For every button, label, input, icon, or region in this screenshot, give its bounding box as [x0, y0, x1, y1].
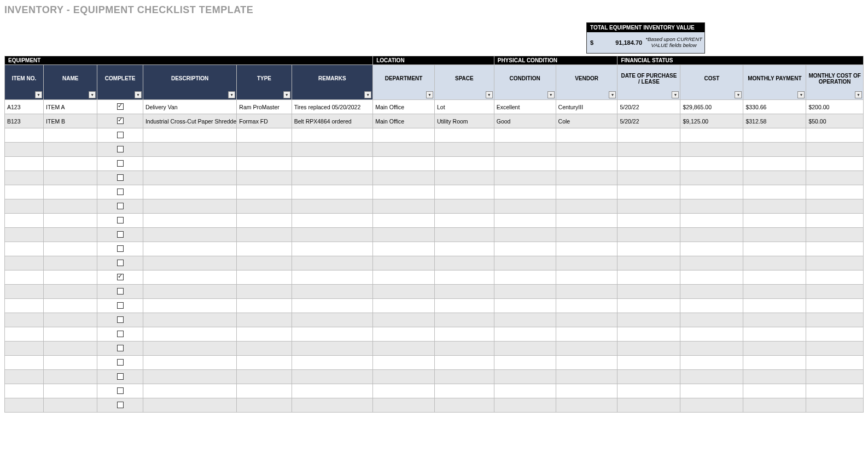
cell-description[interactable] [143, 313, 236, 327]
complete-checkbox[interactable] [117, 402, 124, 408]
cell-space[interactable] [435, 299, 494, 313]
cell-vendor[interactable] [556, 157, 617, 171]
cell-monthly-payment[interactable] [743, 228, 806, 242]
cell-item-no[interactable] [5, 143, 44, 157]
cell-monthly-payment[interactable] [743, 285, 806, 299]
cell-monthly-op[interactable]: $200.00 [806, 100, 864, 114]
cell-type[interactable] [237, 370, 292, 384]
cell-vendor[interactable] [556, 228, 617, 242]
cell-date[interactable] [617, 185, 680, 199]
cell-department[interactable] [373, 313, 435, 327]
filter-button-cost[interactable]: ▼ [735, 91, 742, 98]
cell-type[interactable] [237, 185, 292, 199]
cell-remarks[interactable]: Tires replaced 05/20/2022 [292, 100, 373, 114]
cell-monthly-op[interactable] [806, 327, 864, 342]
cell-date[interactable] [617, 285, 680, 299]
cell-item-no[interactable] [5, 370, 44, 384]
cell-vendor[interactable] [556, 242, 617, 256]
cell-date[interactable] [617, 356, 680, 370]
cell-remarks[interactable]: Belt RPX4864 ordered [292, 114, 373, 128]
cell-monthly-payment[interactable] [743, 242, 806, 256]
cell-condition[interactable] [494, 313, 556, 327]
cell-monthly-op[interactable] [806, 171, 864, 185]
cell-department[interactable] [373, 327, 435, 342]
cell-item-no[interactable] [5, 228, 44, 242]
cell-description[interactable] [143, 370, 236, 384]
cell-name[interactable] [44, 327, 97, 342]
cell-remarks[interactable] [292, 342, 373, 356]
cell-monthly-payment[interactable] [743, 171, 806, 185]
cell-date[interactable]: 5/20/22 [617, 100, 680, 114]
cell-space[interactable]: Utility Room [435, 114, 494, 128]
cell-description[interactable] [143, 270, 236, 285]
cell-item-no[interactable] [5, 171, 44, 185]
cell-vendor[interactable] [556, 128, 617, 143]
cell-remarks[interactable] [292, 256, 373, 270]
cell-department[interactable] [373, 342, 435, 356]
cell-vendor[interactable] [556, 285, 617, 299]
complete-checkbox[interactable] [117, 189, 124, 195]
cell-remarks[interactable] [292, 185, 373, 199]
complete-checkbox[interactable] [117, 331, 124, 337]
cell-vendor[interactable] [556, 143, 617, 157]
complete-checkbox[interactable] [117, 387, 124, 394]
cell-department[interactable] [373, 171, 435, 185]
cell-type[interactable] [237, 299, 292, 313]
cell-space[interactable] [435, 185, 494, 199]
cell-remarks[interactable] [292, 356, 373, 370]
cell-monthly-payment[interactable]: $330.66 [743, 100, 806, 114]
cell-description[interactable] [143, 128, 236, 143]
cell-condition[interactable] [494, 370, 556, 384]
cell-name[interactable] [44, 228, 97, 242]
cell-description[interactable] [143, 384, 236, 398]
cell-remarks[interactable] [292, 384, 373, 398]
cell-monthly-payment[interactable] [743, 270, 806, 285]
cell-item-no[interactable] [5, 270, 44, 285]
filter-button-department[interactable]: ▼ [426, 91, 433, 98]
cell-item-no[interactable] [5, 157, 44, 171]
cell-description[interactable] [143, 143, 236, 157]
cell-type[interactable] [237, 228, 292, 242]
cell-space[interactable] [435, 370, 494, 384]
cell-cost[interactable] [680, 285, 743, 299]
cell-type[interactable] [237, 313, 292, 327]
cell-monthly-payment[interactable] [743, 398, 806, 413]
cell-remarks[interactable] [292, 270, 373, 285]
cell-monthly-op[interactable] [806, 128, 864, 143]
cell-type[interactable]: Formax FD [237, 114, 292, 128]
cell-monthly-op[interactable] [806, 285, 864, 299]
cell-space[interactable] [435, 171, 494, 185]
cell-monthly-payment[interactable] [743, 370, 806, 384]
cell-space[interactable] [435, 214, 494, 228]
cell-date[interactable] [617, 384, 680, 398]
cell-cost[interactable] [680, 327, 743, 342]
cell-monthly-op[interactable] [806, 242, 864, 256]
cell-remarks[interactable] [292, 214, 373, 228]
cell-name[interactable] [44, 199, 97, 214]
cell-cost[interactable] [680, 128, 743, 143]
cell-cost[interactable]: $9,125.00 [680, 114, 743, 128]
cell-remarks[interactable] [292, 228, 373, 242]
cell-department[interactable] [373, 199, 435, 214]
cell-date[interactable] [617, 327, 680, 342]
cell-item-no[interactable] [5, 285, 44, 299]
cell-date[interactable] [617, 299, 680, 313]
cell-name[interactable] [44, 384, 97, 398]
cell-description[interactable] [143, 157, 236, 171]
cell-type[interactable] [237, 256, 292, 270]
cell-date[interactable] [617, 214, 680, 228]
cell-condition[interactable] [494, 214, 556, 228]
cell-name[interactable] [44, 270, 97, 285]
cell-space[interactable] [435, 242, 494, 256]
cell-condition[interactable] [494, 398, 556, 413]
cell-type[interactable] [237, 270, 292, 285]
cell-cost[interactable] [680, 171, 743, 185]
cell-vendor[interactable] [556, 270, 617, 285]
cell-vendor[interactable]: Cole [556, 114, 617, 128]
cell-department[interactable] [373, 398, 435, 413]
cell-item-no[interactable] [5, 327, 44, 342]
filter-button-condition[interactable]: ▼ [547, 91, 555, 98]
cell-name[interactable] [44, 370, 97, 384]
cell-description[interactable] [143, 342, 236, 356]
cell-date[interactable] [617, 313, 680, 327]
